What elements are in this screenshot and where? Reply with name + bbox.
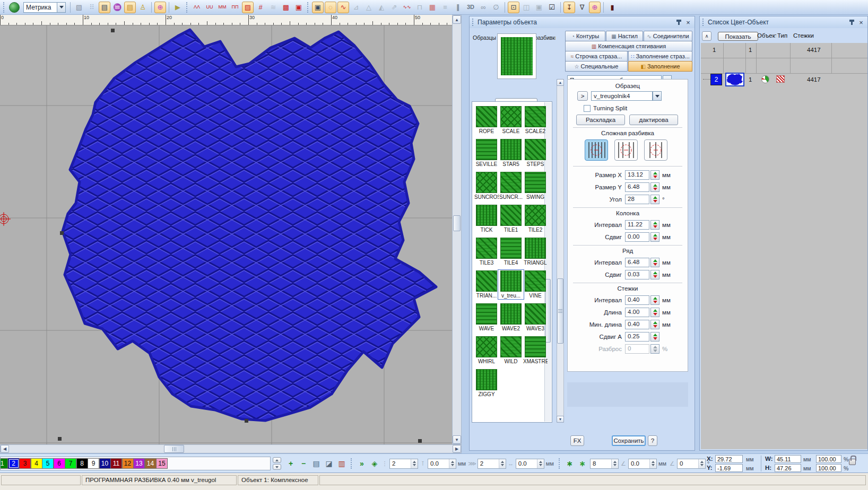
spinner-icon[interactable] <box>650 195 659 204</box>
tab-rhinestone-run[interactable]: ≈Строчка страза... <box>565 51 628 62</box>
palette-color-14[interactable]: 14 <box>145 458 157 469</box>
field-spinner-icon[interactable] <box>611 459 618 468</box>
turning-split-checkbox[interactable] <box>584 105 591 112</box>
pattern-item[interactable]: SEVILLE <box>474 139 499 167</box>
aspect-lock-icon[interactable] <box>849 459 856 465</box>
spinner-icon[interactable] <box>650 295 659 305</box>
toolbar-grip[interactable] <box>186 2 188 13</box>
drag-handle[interactable] <box>702 19 705 26</box>
spinner-icon[interactable] <box>650 308 659 317</box>
pattern-item[interactable]: v_treu... <box>499 270 523 299</box>
add-color-button[interactable]: + <box>285 458 296 469</box>
spinner-icon[interactable] <box>650 232 659 242</box>
palette-color-4[interactable]: 4 <box>31 458 42 469</box>
parameter-value[interactable]: 0.40 <box>625 295 649 305</box>
value-field[interactable]: 8 <box>590 459 619 469</box>
palette-color-13[interactable]: 13 <box>133 458 145 469</box>
field-value[interactable]: 2 <box>390 459 411 468</box>
palette-color-3[interactable]: 3 <box>19 458 31 469</box>
color-list-icon[interactable]: ▤ <box>99 2 110 13</box>
check-design-icon[interactable]: ☑ <box>546 2 558 13</box>
pattern-swatch[interactable] <box>500 336 522 357</box>
pattern-swatch[interactable] <box>525 172 546 193</box>
pattern-swatch[interactable] <box>525 106 546 127</box>
toolbar-grip[interactable] <box>3 2 5 13</box>
spinner-icon[interactable] <box>650 170 659 180</box>
pin-icon[interactable] <box>678 20 680 25</box>
pattern-item[interactable]: WAVE3 <box>523 303 548 331</box>
density-map-icon[interactable]: ♒ <box>111 2 123 13</box>
palette-color-2[interactable]: 2 <box>8 458 20 469</box>
palette-color-8[interactable]: 8 <box>76 458 88 469</box>
monitor-icon[interactable]: ⊡ <box>508 2 519 13</box>
value-field[interactable]: 0.0 <box>516 459 544 469</box>
remove-color-button[interactable]: − <box>298 458 309 469</box>
scroll-left-button[interactable]: ◀ <box>1 445 9 453</box>
palette-scroll-spinner[interactable] <box>273 457 281 470</box>
node-edit-icon[interactable]: ⊕ <box>154 2 166 13</box>
pattern-swatch[interactable] <box>476 238 497 259</box>
help-button[interactable]: ? <box>648 435 657 446</box>
pattern-swatch[interactable] <box>500 172 522 193</box>
hatch-lines-icon[interactable]: ∥ <box>452 2 464 13</box>
field-spinner-icon[interactable] <box>698 459 705 468</box>
pattern-swatch[interactable] <box>476 172 497 193</box>
thread-chart-button[interactable]: ▥ <box>336 458 347 469</box>
pattern-item[interactable]: WAVE2 <box>499 303 523 331</box>
save-button[interactable]: Сохранить <box>612 435 646 446</box>
pattern-item[interactable]: TRIANGL <box>523 238 548 266</box>
complex-split-option-1[interactable] <box>585 139 608 161</box>
pattern-library-list[interactable]: ROPESCALESCALE2SEVILLESTAR5STEPSSUNCROSS… <box>472 101 552 423</box>
diamond-button[interactable]: ◈ <box>369 458 380 469</box>
spinner-icon[interactable] <box>650 182 659 192</box>
machine-icon[interactable]: ▧ <box>73 2 85 13</box>
parameter-value[interactable]: 28 <box>625 195 649 204</box>
grid-fill-icon[interactable]: # <box>255 2 266 13</box>
parameter-value[interactable]: 0.03 <box>625 270 649 279</box>
no-fill-button[interactable]: ◪ <box>324 458 334 469</box>
zigzag-stitch-icon[interactable]: ΛΛ <box>191 2 203 13</box>
show-button[interactable]: Показать <box>718 32 758 41</box>
pattern-swatch[interactable] <box>476 106 497 127</box>
sample-combo[interactable]: v_treugolnik4 <box>591 91 653 101</box>
pattern-fill-icon[interactable]: ▨ <box>242 2 254 13</box>
pattern-item[interactable]: WILD <box>499 336 523 364</box>
spinner-icon[interactable] <box>650 320 659 329</box>
scroll-up-button[interactable]: ▲ <box>453 15 461 24</box>
pattern-swatch[interactable] <box>476 270 497 292</box>
lattice-fill-icon[interactable]: ▩ <box>280 2 292 13</box>
collapse-button[interactable]: ∧ <box>702 31 711 41</box>
value-field[interactable]: 0.0 <box>428 459 456 469</box>
effects-icon[interactable]: ∿ <box>337 2 349 13</box>
pattern-swatch[interactable] <box>525 270 546 292</box>
pattern-swatch[interactable] <box>525 205 546 226</box>
pattern-item[interactable]: SWING <box>523 172 548 200</box>
density-icon[interactable]: ▮ <box>606 2 618 13</box>
connect-nodes-icon[interactable]: ⊕ <box>589 2 601 13</box>
spinner-icon[interactable] <box>650 332 659 342</box>
row2-color-swatch[interactable]: 2 <box>710 74 722 85</box>
field-value[interactable]: 0.0 <box>428 459 449 468</box>
pattern-swatch[interactable] <box>525 336 546 357</box>
pattern-swatch[interactable] <box>525 303 546 325</box>
expand-sample-button[interactable]: > <box>577 91 588 101</box>
scroll-down-button[interactable]: ▼ <box>453 435 461 444</box>
stamp-icon[interactable]: ♙ <box>137 2 149 13</box>
sample-combo-arrow[interactable] <box>653 91 662 101</box>
h-value[interactable]: 47.26 <box>775 464 801 472</box>
design-canvas[interactable] <box>0 25 452 444</box>
needle-point-icon[interactable]: ↧ <box>563 2 575 13</box>
field-spinner-icon[interactable] <box>649 459 656 468</box>
object-fill-icon[interactable]: ▣ <box>312 2 324 13</box>
row2-object-thumbnail[interactable] <box>725 73 744 86</box>
parameter-value[interactable]: 13.12 <box>625 170 649 180</box>
spinner-icon[interactable] <box>650 220 659 230</box>
grid-toggle-icon[interactable]: ⠿ <box>86 2 98 13</box>
value-field[interactable]: 2 <box>478 459 506 469</box>
toolbar-grip[interactable] <box>307 2 309 13</box>
x-value[interactable]: 29.72 <box>715 455 743 463</box>
edit-button[interactable]: дактирова <box>629 115 678 125</box>
pattern-item[interactable]: WAVE <box>474 303 499 331</box>
palette-color-5[interactable]: 5 <box>42 458 54 469</box>
note-icon[interactable]: ▤ <box>124 2 136 13</box>
